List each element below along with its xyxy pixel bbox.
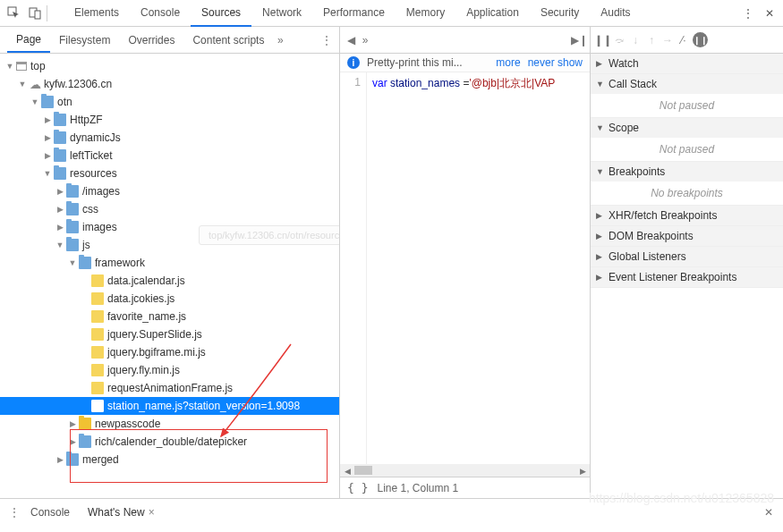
info-icon: i [347, 56, 360, 69]
folder-icon [79, 257, 91, 269]
drawer-tab-whatsnew[interactable]: What's New× [79, 502, 164, 522]
panel-callstack[interactable]: ▼Call Stack [591, 74, 783, 94]
folder-icon [54, 167, 66, 180]
drawer-bar: ⋮ Console What's New× ✕ [0, 498, 783, 525]
js-file-icon [91, 292, 104, 305]
tree-file-favorite[interactable]: favorite_name.js [0, 308, 339, 325]
tree-css[interactable]: ▶css [0, 200, 339, 218]
deactivate-breakpoints-icon[interactable]: ⁄∙ [677, 33, 691, 47]
never-show-link[interactable]: never show [528, 56, 583, 69]
step-into-icon[interactable]: ↓ [628, 33, 643, 47]
folder-icon [66, 203, 79, 215]
breakpoints-body: No breakpoints [591, 182, 783, 205]
pretty-print-bar: i Pretty-print this mi... more never sho… [340, 54, 590, 72]
cloud-icon: ☁ [30, 78, 41, 91]
pause-icon[interactable]: ❙❙ [596, 33, 610, 47]
kebab-menu-icon[interactable]: ⋮ [740, 5, 756, 21]
tree-resources[interactable]: ▼resources [0, 165, 339, 182]
pretty-print-button[interactable]: { } [347, 481, 368, 494]
tree-top[interactable]: ▼top [0, 57, 339, 75]
window-icon [16, 62, 27, 71]
tab-sources[interactable]: Sources [191, 0, 251, 27]
panel-event[interactable]: ▶Event Listener Breakpoints [591, 267, 783, 287]
tree-dynamicjs[interactable]: ▶dynamicJs [0, 129, 339, 147]
panel-watch[interactable]: ▶Watch [591, 54, 783, 73]
sidebar-menu-icon[interactable]: ⋮ [319, 33, 334, 47]
tree-file-bgiframe[interactable]: jquery.bgiframe.mi.js [0, 343, 339, 361]
tree-rich[interactable]: ▶rich/calender_double/datepicker [0, 433, 339, 451]
panel-breakpoints[interactable]: ▼Breakpoints [591, 162, 783, 182]
step-over-icon[interactable]: ⤼ [612, 33, 626, 47]
callstack-body: Not paused [591, 94, 783, 117]
panel-dom[interactable]: ▶DOM Breakpoints [591, 226, 783, 246]
debug-panel: ▶Watch ▼Call Stack Not paused ▼Scope Not… [591, 54, 783, 498]
tree-file-fly[interactable]: jquery.fly.min.js [0, 361, 339, 379]
tree-newpasscode[interactable]: ▶newpasscode [0, 415, 339, 433]
horizontal-scrollbar[interactable]: ◀ ▶ [340, 464, 590, 477]
more-link[interactable]: more [496, 56, 520, 69]
main-tabs: Elements Console Sources Network Perform… [64, 0, 642, 27]
close-icon[interactable]: × [149, 506, 155, 519]
more-subtabs-icon[interactable]: » [273, 33, 287, 47]
step-icon[interactable]: → [660, 33, 675, 47]
tab-performance[interactable]: Performance [312, 0, 396, 27]
panel-scope[interactable]: ▼Scope [591, 118, 783, 138]
tree-file-superslide[interactable]: jquery.SuperSlide.js [0, 325, 339, 343]
tree-httpzf[interactable]: ▶HttpZF [0, 111, 339, 129]
svg-rect-2 [35, 11, 40, 19]
step-out-icon[interactable]: ↑ [644, 33, 659, 47]
code-editor[interactable]: 1 var station_names ='@bjb|北京北|VAP [340, 72, 590, 464]
code-body[interactable]: var station_names ='@bjb|北京北|VAP [367, 72, 590, 464]
nav-more-icon[interactable]: » [358, 33, 372, 47]
sources-sub-bar: Page Filesystem Overrides Content script… [0, 27, 783, 54]
device-toggle-icon[interactable] [27, 5, 43, 21]
pause-on-exceptions-icon[interactable]: ❙❙ [693, 32, 708, 47]
js-file-icon [91, 310, 104, 323]
tab-memory[interactable]: Memory [396, 0, 455, 27]
tree-domain[interactable]: ▼☁kyfw.12306.cn [0, 75, 339, 93]
close-devtools-icon[interactable]: ✕ [762, 5, 778, 21]
tab-console[interactable]: Console [130, 0, 191, 27]
inspect-element-icon[interactable] [5, 5, 21, 21]
tree-file-raf[interactable]: requestAnimationFrame.js [0, 379, 339, 397]
drawer-tab-console[interactable]: Console [21, 502, 79, 522]
subtab-content-scripts[interactable]: Content scripts [183, 29, 273, 52]
tree-file-jcalendar[interactable]: data.jcalendar.js [0, 272, 339, 290]
tab-audits[interactable]: Audits [590, 0, 641, 27]
tab-application[interactable]: Application [455, 0, 530, 27]
nav-back-icon[interactable]: ◀ [344, 33, 358, 47]
tree-framework[interactable]: ▼framework [0, 254, 339, 272]
scope-body: Not paused [591, 138, 783, 161]
info-text: Pretty-print this mi... [367, 56, 489, 69]
folder-icon [54, 114, 66, 126]
subtab-page[interactable]: Page [7, 28, 50, 53]
panel-xhr[interactable]: ▶XHR/fetch Breakpoints [591, 206, 783, 225]
close-drawer-icon[interactable]: ✕ [762, 505, 776, 519]
tree-js[interactable]: ▼js [0, 236, 339, 254]
js-file-icon [91, 382, 104, 394]
folder-icon [79, 418, 91, 430]
tab-elements[interactable]: Elements [64, 0, 130, 27]
js-file-icon [91, 400, 104, 412]
folder-icon [66, 221, 79, 233]
tree-images1[interactable]: ▶/images [0, 182, 339, 200]
tree-otn[interactable]: ▼otn [0, 93, 339, 111]
tree-leftticket[interactable]: ▶leftTicket [0, 147, 339, 165]
tree-images2[interactable]: ▶images [0, 218, 339, 236]
subtab-overrides[interactable]: Overrides [119, 29, 183, 52]
tree-file-station-name[interactable]: station_name.js?station_version=1.9098 [0, 397, 339, 415]
line-gutter: 1 [340, 72, 367, 464]
tab-network[interactable]: Network [251, 0, 312, 27]
tree-file-jcokies[interactable]: data.jcokies.js [0, 290, 339, 308]
nav-forward-icon[interactable]: ▶❙ [572, 33, 586, 47]
folder-icon [54, 131, 66, 144]
tree-merged[interactable]: ▶merged [0, 451, 339, 469]
subtab-filesystem[interactable]: Filesystem [50, 29, 119, 52]
folder-icon [66, 185, 79, 198]
tab-security[interactable]: Security [530, 0, 590, 27]
folder-icon [41, 96, 54, 108]
drawer-menu-icon[interactable]: ⋮ [7, 505, 21, 519]
panel-global[interactable]: ▶Global Listeners [591, 247, 783, 266]
js-file-icon [91, 274, 104, 287]
folder-icon [79, 435, 91, 448]
